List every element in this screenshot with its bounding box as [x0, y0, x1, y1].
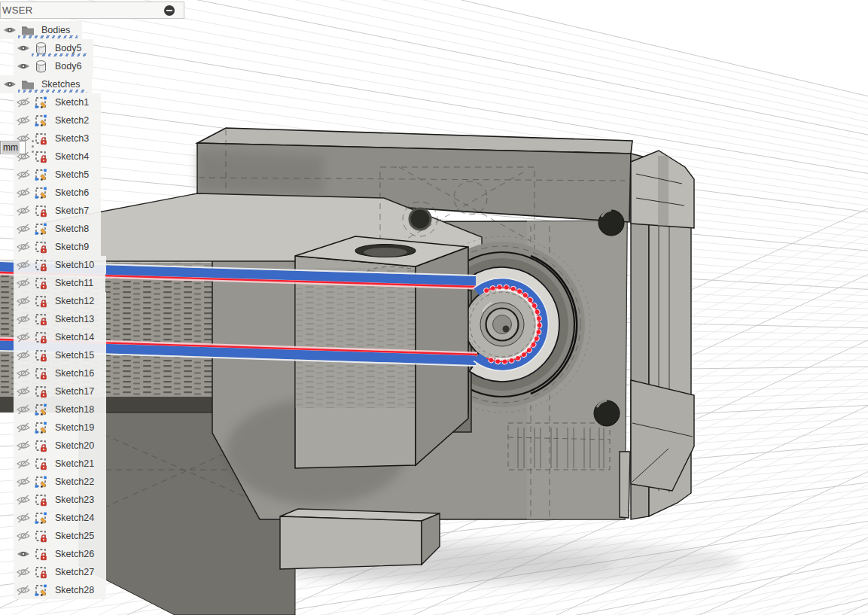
tree-item-sketch20[interactable]: Sketch20: [0, 437, 106, 455]
visibility-toggle-eye-icon[interactable]: [16, 43, 31, 54]
tree-item-sketch10[interactable]: Sketch10: [0, 256, 106, 274]
visibility-toggle-eye-icon[interactable]: [16, 206, 31, 217]
units-input-value: mm: [2, 142, 20, 153]
visibility-toggle-eye-icon[interactable]: [16, 476, 31, 488]
visibility-toggle-eye-icon[interactable]: [16, 350, 31, 361]
visibility-toggle-eye-icon[interactable]: [16, 368, 31, 379]
visibility-toggle-eye-icon[interactable]: [16, 440, 31, 452]
sketch-icon: [35, 403, 47, 416]
tree-item-sketch14[interactable]: Sketch14: [0, 328, 106, 346]
sketch-icon: [35, 349, 47, 362]
fusion-viewport[interactable]: WSER: [0, 0, 868, 615]
tree-item-sketch17[interactable]: Sketch17: [0, 382, 106, 400]
tree-item-bodies[interactable]: Bodies: [0, 21, 82, 39]
tree-item-label: Sketches: [41, 79, 80, 90]
visibility-toggle-eye-icon[interactable]: [2, 25, 17, 36]
tree-item-label: Sketch5: [55, 169, 89, 180]
tree-item-sketch25[interactable]: Sketch25: [0, 527, 106, 545]
palette-drag-handle[interactable]: [32, 140, 34, 153]
tree-item-label: Sketch22: [55, 476, 94, 487]
lock-badge-icon: [41, 571, 46, 577]
tree-item-label: Sketch15: [55, 350, 94, 361]
sketch-icon: [35, 530, 47, 543]
sketch-icon: [35, 566, 47, 579]
units-input[interactable]: mm: [0, 141, 26, 154]
sketch-icon: [35, 223, 47, 236]
visibility-toggle-eye-icon[interactable]: [16, 386, 31, 397]
model-foot-block[interactable]: [280, 509, 440, 569]
tree-item-sketch1[interactable]: Sketch1: [0, 93, 101, 111]
visibility-toggle-eye-icon[interactable]: [16, 422, 31, 434]
tree-item-sketch7[interactable]: Sketch7: [0, 202, 101, 220]
tree-item-sketch8[interactable]: Sketch8: [0, 220, 101, 238]
tree-item-sketch21[interactable]: Sketch21: [0, 455, 106, 473]
tree-item-label: Sketch23: [55, 495, 94, 505]
visibility-toggle-eye-icon[interactable]: [16, 567, 31, 578]
browser-panel-header[interactable]: WSER: [0, 2, 184, 19]
visibility-toggle-eye-icon[interactable]: [16, 332, 31, 343]
visibility-toggle-eye-icon[interactable]: [16, 404, 31, 416]
visibility-toggle-eye-icon[interactable]: [2, 79, 17, 90]
lock-badge-icon: [41, 336, 46, 343]
visibility-toggle-eye-icon[interactable]: [16, 458, 31, 470]
tree-item-sketch11[interactable]: Sketch11: [0, 274, 105, 292]
modeling-canvas[interactable]: [0, 0, 868, 615]
tree-item-sketch16[interactable]: Sketch16: [0, 364, 106, 382]
visibility-toggle-eye-icon[interactable]: [16, 260, 31, 271]
lock-badge-icon: [41, 209, 46, 216]
collapse-panel-button[interactable]: [164, 5, 175, 16]
lock-badge-icon: [41, 137, 46, 144]
tree-item-sketch18[interactable]: Sketch18: [0, 400, 106, 419]
model-right-edge-assembly[interactable]: [620, 151, 694, 519]
tree-item-sketch12[interactable]: Sketch12: [0, 292, 106, 310]
tree-item-sketch9[interactable]: Sketch9: [0, 238, 101, 256]
tree-item-body6[interactable]: Body6: [0, 57, 93, 75]
visibility-toggle-eye-icon[interactable]: [16, 314, 31, 325]
tree-item-sketch5[interactable]: Sketch5: [0, 166, 101, 184]
tree-item-label: Sketch18: [55, 404, 94, 415]
visibility-toggle-eye-icon[interactable]: [16, 278, 31, 289]
tree-item-sketches[interactable]: Sketches: [0, 75, 92, 93]
sketch-icon: [35, 187, 47, 199]
visibility-toggle-eye-icon[interactable]: [16, 495, 31, 506]
visibility-toggle-eye-icon[interactable]: [16, 296, 31, 307]
tree-item-sketch6[interactable]: Sketch6: [0, 184, 101, 202]
tree-item-sketch15[interactable]: Sketch15: [0, 346, 106, 364]
visibility-toggle-eye-icon[interactable]: [16, 187, 31, 199]
lock-badge-icon: [41, 300, 46, 306]
tree-item-sketch2[interactable]: Sketch2: [0, 111, 101, 129]
visibility-toggle-eye-icon[interactable]: [16, 513, 31, 524]
tree-item-sketch27[interactable]: Sketch27: [0, 563, 106, 581]
visibility-toggle-eye-icon[interactable]: [16, 115, 31, 126]
tree-item-label: Sketch19: [55, 422, 94, 433]
folder-icon: [21, 25, 35, 35]
sketch-icon: [35, 494, 47, 507]
tree-item-label: Sketch11: [55, 278, 93, 288]
tree-item-sketch22[interactable]: Sketch22: [0, 473, 106, 491]
lock-badge-icon: [41, 498, 46, 505]
body-icon: [35, 42, 47, 55]
tree-item-body5[interactable]: Body5: [0, 39, 93, 57]
visibility-toggle-eye-icon[interactable]: [16, 531, 31, 542]
visibility-toggle-eye-icon[interactable]: [16, 224, 31, 235]
visibility-toggle-eye-icon[interactable]: [16, 61, 31, 72]
visibility-toggle-eye-icon[interactable]: [16, 242, 31, 253]
sketch-icon: [35, 458, 47, 470]
tree-item-sketch13[interactable]: Sketch13: [0, 310, 106, 328]
tree-item-sketch26[interactable]: Sketch26: [0, 545, 106, 563]
visibility-toggle-eye-icon[interactable]: [16, 549, 31, 560]
visibility-toggle-eye-icon[interactable]: [16, 169, 31, 181]
tree-item-label: Sketch27: [55, 567, 94, 577]
tree-item-sketch28[interactable]: Sketch28: [0, 581, 106, 599]
tree-item-sketch23[interactable]: Sketch23: [0, 491, 106, 509]
visibility-toggle-eye-icon[interactable]: [16, 585, 31, 596]
lock-badge-icon: [41, 318, 46, 324]
tree-item-label: Sketch26: [55, 549, 94, 559]
tree-item-label: Sketch1: [55, 97, 89, 108]
sketch-icon: [35, 277, 47, 290]
visibility-toggle-eye-icon[interactable]: [16, 97, 31, 108]
tree-item-sketch24[interactable]: Sketch24: [0, 509, 106, 527]
tree-item-sketch19[interactable]: Sketch19: [0, 419, 106, 437]
sketch-icon: [35, 385, 47, 398]
sketch-icon: [35, 132, 47, 145]
